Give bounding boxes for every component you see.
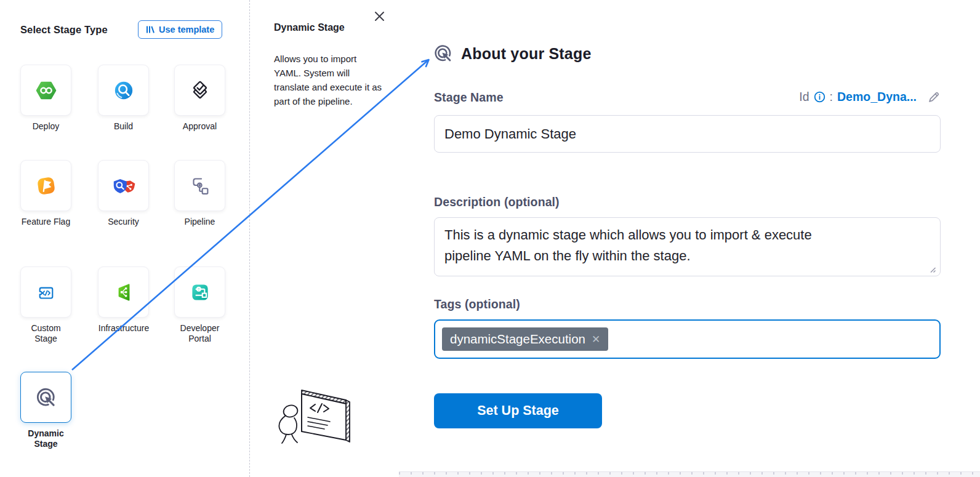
template-library-icon bbox=[146, 25, 155, 34]
stage-type-label: Security bbox=[98, 217, 149, 227]
stage-type-developer-portal[interactable] bbox=[174, 267, 225, 318]
stage-name-input[interactable] bbox=[434, 115, 941, 153]
stage-type-pipeline[interactable] bbox=[174, 160, 225, 211]
stage-type-infrastructure[interactable] bbox=[98, 267, 149, 318]
stage-type-label: Dynamic Stage bbox=[20, 428, 71, 449]
stage-type-security[interactable] bbox=[98, 160, 149, 211]
info-icon[interactable] bbox=[814, 91, 825, 103]
stage-type-label: Build bbox=[98, 121, 149, 132]
pipeline-canvas-edge bbox=[399, 471, 980, 477]
stage-type-deploy[interactable] bbox=[20, 65, 71, 116]
page-title: Select Stage Type bbox=[20, 24, 108, 36]
dynamic-stage-icon bbox=[33, 385, 59, 411]
remove-tag-icon[interactable]: ✕ bbox=[592, 334, 600, 345]
approval-icon bbox=[187, 78, 213, 103]
setup-stage-button[interactable]: Set Up Stage bbox=[434, 393, 602, 428]
dynamic-stage-icon bbox=[432, 42, 455, 65]
description-label: Description (optional) bbox=[434, 195, 560, 209]
stage-name-label: Stage Name bbox=[434, 90, 504, 105]
stage-type-feature-flag[interactable] bbox=[20, 160, 71, 211]
stage-id-value[interactable]: Demo_Dyna... bbox=[837, 90, 917, 104]
pipeline-icon bbox=[187, 173, 213, 199]
feature-flag-icon bbox=[33, 173, 59, 199]
stage-type-custom-stage[interactable] bbox=[20, 267, 71, 318]
custom-stage-icon bbox=[33, 279, 59, 305]
close-icon[interactable] bbox=[372, 9, 386, 23]
edit-pencil-icon[interactable] bbox=[927, 90, 941, 104]
info-panel-title: Dynamic Stage bbox=[274, 22, 345, 33]
stage-type-label: Developer Portal bbox=[174, 323, 225, 344]
id-separator: : bbox=[830, 90, 833, 104]
tag-chip: dynamicStageExecution ✕ bbox=[442, 327, 608, 351]
use-template-button[interactable]: Use template bbox=[138, 20, 222, 39]
stage-type-label: Pipeline bbox=[174, 217, 225, 227]
stage-id-row: Id : Demo_Dyna... bbox=[799, 90, 941, 104]
info-panel-description: Allows you to import YAML. System will t… bbox=[274, 52, 382, 108]
infrastructure-icon bbox=[111, 279, 137, 305]
id-label: Id bbox=[799, 90, 809, 104]
deploy-icon bbox=[33, 78, 59, 103]
stage-type-label: Infrastructure bbox=[87, 323, 161, 334]
security-icon bbox=[111, 173, 137, 199]
developer-portal-icon bbox=[187, 279, 213, 305]
about-stage-title: About your Stage bbox=[461, 45, 592, 63]
stage-type-approval[interactable] bbox=[174, 65, 225, 116]
presentation-illustration bbox=[277, 385, 358, 448]
panel-divider bbox=[249, 0, 250, 477]
tag-chip-text: dynamicStageExecution bbox=[450, 332, 585, 347]
stage-type-label: Deploy bbox=[20, 121, 71, 132]
stage-type-label: Feature Flag bbox=[20, 217, 71, 227]
stage-type-dynamic-stage[interactable] bbox=[20, 372, 71, 423]
use-template-label: Use template bbox=[159, 25, 214, 34]
tags-input[interactable]: dynamicStageExecution ✕ bbox=[434, 319, 941, 359]
tags-label: Tags (optional) bbox=[434, 297, 520, 311]
stage-type-label: Custom Stage bbox=[20, 323, 71, 344]
stage-type-label: Approval bbox=[174, 121, 225, 132]
build-icon bbox=[111, 78, 137, 103]
stage-type-build[interactable] bbox=[98, 65, 149, 116]
description-textarea[interactable]: This is a dynamic stage which allows you… bbox=[434, 217, 941, 276]
